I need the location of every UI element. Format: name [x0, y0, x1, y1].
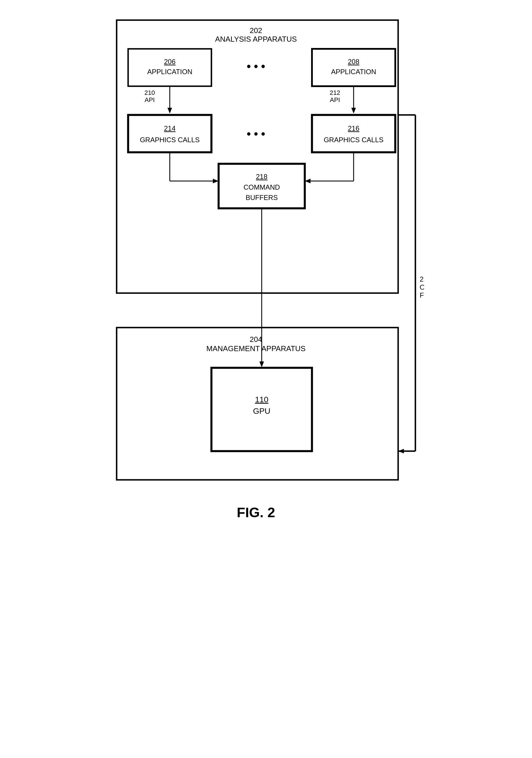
main-diagram: 202 ANALYSIS APPARATUS 206 APPLICATION •…: [108, 12, 424, 730]
svg-rect-7: [128, 115, 212, 152]
floor-ref: 220: [420, 275, 424, 283]
mgmt-ref: 204: [249, 335, 262, 344]
svg-rect-8: [312, 115, 395, 152]
api2-label: API: [330, 96, 340, 103]
app2-ref: 208: [348, 58, 359, 65]
analysis-label: ANALYSIS APPARATUS: [215, 35, 297, 43]
graphics2-label: GRAPHICS CALLS: [324, 136, 383, 144]
floor-label1: OPERATIONAL: [420, 283, 424, 291]
gpu-ref: 110: [255, 395, 269, 404]
cmd-label2: BUFFERS: [246, 194, 278, 201]
app1-label: APPLICATION: [148, 68, 192, 76]
floor-label2: FLOOR: [420, 292, 424, 299]
mgmt-label: MANAGEMENT APPARATUS: [206, 344, 305, 353]
fig-label: FIG. 2: [237, 505, 275, 520]
svg-rect-2: [312, 49, 395, 86]
graphics1-label: GRAPHICS CALLS: [140, 136, 200, 144]
api1-label: API: [145, 96, 154, 103]
ellipsis-top: • • •: [247, 60, 265, 73]
cmd-label1: COMMAND: [244, 183, 280, 191]
graphics1-ref: 214: [164, 124, 176, 132]
diagram-wrapper: 202 ANALYSIS APPARATUS 206 APPLICATION •…: [108, 12, 424, 730]
app2-label: APPLICATION: [331, 68, 376, 76]
gpu-label: GPU: [253, 407, 271, 416]
analysis-ref: 202: [249, 26, 262, 35]
api2-ref: 212: [330, 89, 340, 96]
svg-marker-20: [398, 449, 404, 453]
ellipsis-middle: • • •: [247, 127, 265, 140]
app1-ref: 206: [164, 58, 176, 65]
graphics2-ref: 216: [348, 124, 359, 132]
svg-rect-1: [128, 49, 212, 86]
api1-ref: 210: [145, 89, 155, 96]
cmd-ref: 218: [256, 173, 267, 181]
